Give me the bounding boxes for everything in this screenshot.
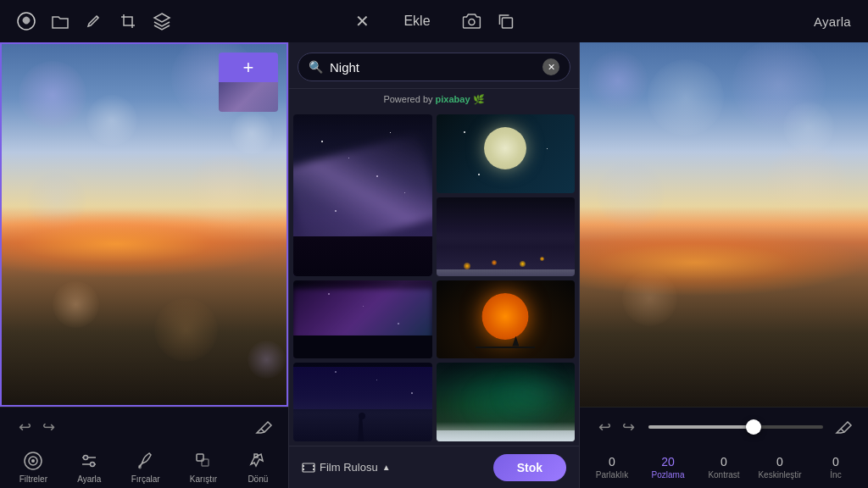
right-undo-button[interactable]: ↩ bbox=[593, 415, 616, 439]
right-tools-row: 0 Parlaklık 20 Pozlama 0 Kontrast 0 Kesk… bbox=[580, 446, 868, 488]
exposure-label: Pozlama bbox=[652, 470, 685, 480]
aurora-image bbox=[437, 363, 576, 441]
redo-button[interactable]: ↪ bbox=[36, 415, 60, 439]
grid-item-village[interactable] bbox=[437, 197, 576, 276]
filters-tool[interactable]: Filtreler bbox=[19, 450, 47, 484]
film-icon bbox=[302, 461, 315, 474]
undo-button[interactable]: ↩ bbox=[13, 415, 36, 439]
adjust-label: Ayarla bbox=[77, 474, 101, 484]
search-clear-button[interactable]: ✕ bbox=[542, 58, 559, 75]
contrast-label: Kontrast bbox=[708, 470, 739, 480]
svg-rect-15 bbox=[303, 469, 304, 470]
main-layout: + ↩ ↪ bbox=[0, 42, 868, 488]
silhouette-image bbox=[293, 363, 432, 441]
village-image bbox=[437, 197, 576, 276]
sharpen-adj[interactable]: 0 Keskinleştir bbox=[757, 455, 804, 480]
inc-value: 0 bbox=[832, 455, 839, 469]
picsart-logo-icon[interactable] bbox=[17, 12, 36, 30]
milkyway-image bbox=[293, 114, 432, 276]
search-icon: 🔍 bbox=[309, 60, 323, 74]
slider-fill bbox=[648, 425, 754, 429]
grid-item-moon[interactable] bbox=[437, 114, 576, 193]
galaxy-image bbox=[293, 280, 432, 359]
eraser-icon[interactable] bbox=[252, 415, 275, 439]
right-canvas bbox=[580, 42, 868, 407]
filters-label: Filtreler bbox=[19, 474, 47, 484]
sharpen-value: 0 bbox=[776, 455, 783, 469]
sharpen-label: Keskinleştir bbox=[758, 470, 801, 480]
svg-point-1 bbox=[469, 19, 475, 25]
stok-button[interactable]: Stok bbox=[493, 454, 566, 481]
add-layer-button[interactable]: + bbox=[219, 53, 278, 82]
folder-icon[interactable] bbox=[51, 12, 70, 30]
top-toolbar: ✕ Ekle Ayarla bbox=[0, 0, 868, 42]
inc-adj[interactable]: 0 İnc bbox=[813, 455, 860, 480]
grid-item-silhouette[interactable] bbox=[293, 363, 432, 441]
adjust-tool[interactable]: Ayarla bbox=[77, 450, 101, 484]
layer-thumbnail: + bbox=[219, 53, 278, 112]
brightness-adj[interactable]: 0 Parlaklık bbox=[589, 455, 636, 480]
brush-tool[interactable]: Fırçalar bbox=[131, 450, 160, 484]
chevron-up-icon: ▲ bbox=[382, 463, 391, 472]
brush-icon bbox=[135, 450, 157, 472]
layers-icon[interactable] bbox=[153, 12, 171, 30]
left-canvas: + bbox=[0, 42, 288, 407]
grid-item-milkyway[interactable] bbox=[293, 114, 432, 276]
settings-label: Ayarla bbox=[814, 14, 851, 29]
powered-by-label: Powered by pixabay 🌿 bbox=[289, 89, 579, 110]
left-panel: + ↩ ↪ bbox=[0, 42, 288, 488]
inc-label: İnc bbox=[830, 470, 841, 480]
right-redo-button[interactable]: ↪ bbox=[616, 415, 640, 439]
contrast-value: 0 bbox=[721, 455, 727, 469]
camera-icon[interactable] bbox=[463, 12, 481, 30]
slider-thumb[interactable] bbox=[746, 419, 761, 435]
right-bottom-controls: ↩ ↪ 0 Parlaklık bbox=[580, 407, 868, 488]
orange-moon-circle bbox=[482, 293, 529, 340]
mix-label: Karıştır bbox=[190, 474, 217, 484]
image-grid bbox=[289, 110, 579, 446]
transform-icon bbox=[247, 450, 269, 472]
toolbar-left bbox=[17, 12, 171, 30]
brightness-value: 0 bbox=[609, 455, 615, 469]
svg-rect-16 bbox=[313, 465, 314, 467]
transform-label: Dönü bbox=[248, 474, 268, 484]
adjust-icon bbox=[78, 450, 100, 472]
contrast-adj[interactable]: 0 Kontrast bbox=[701, 455, 748, 480]
exposure-value: 20 bbox=[661, 455, 675, 469]
search-container: 🔍 ✕ bbox=[289, 42, 579, 89]
grid-item-galaxy[interactable] bbox=[293, 280, 432, 359]
toolbar-center: ✕ Ekle bbox=[353, 12, 515, 30]
right-eraser-icon[interactable] bbox=[832, 415, 855, 439]
duplicate-icon[interactable] bbox=[497, 12, 515, 30]
film-label: Film Rulosu bbox=[320, 461, 378, 474]
brightness-label: Parlaklık bbox=[596, 470, 628, 480]
grid-item-orange-moon[interactable] bbox=[437, 280, 576, 359]
left-bottom-controls: ↩ ↪ bbox=[0, 407, 288, 488]
film-rulosu-button[interactable]: Film Rulosu ▲ bbox=[302, 461, 391, 474]
grid-item-aurora[interactable] bbox=[437, 363, 576, 441]
svg-rect-17 bbox=[313, 469, 314, 470]
right-canvas-background bbox=[580, 42, 868, 407]
search-input[interactable] bbox=[330, 60, 536, 75]
mix-tool[interactable]: Karıştır bbox=[190, 450, 217, 484]
search-bar[interactable]: 🔍 ✕ bbox=[298, 53, 570, 81]
svg-rect-13 bbox=[303, 463, 314, 472]
svg-point-10 bbox=[138, 465, 142, 469]
right-nav-row: ↩ ↪ bbox=[580, 407, 868, 446]
left-tools-row: Filtreler Ayarla bbox=[0, 446, 288, 488]
svg-rect-2 bbox=[503, 18, 513, 28]
svg-rect-14 bbox=[303, 465, 304, 467]
mix-icon bbox=[192, 450, 214, 472]
page-title: Ekle bbox=[403, 14, 430, 29]
svg-point-5 bbox=[31, 459, 35, 463]
transform-tool[interactable]: Dönü bbox=[247, 450, 269, 484]
edit-icon[interactable] bbox=[85, 12, 103, 30]
crop-icon[interactable] bbox=[119, 12, 137, 30]
close-icon[interactable]: ✕ bbox=[353, 12, 371, 30]
powered-by-text: Powered by bbox=[383, 94, 432, 104]
right-bokeh-layer bbox=[580, 42, 868, 407]
exposure-adj[interactable]: 20 Pozlama bbox=[645, 455, 692, 480]
orange-moon-image bbox=[437, 280, 576, 359]
brightness-slider[interactable] bbox=[640, 425, 832, 429]
brush-label: Fırçalar bbox=[131, 474, 160, 484]
